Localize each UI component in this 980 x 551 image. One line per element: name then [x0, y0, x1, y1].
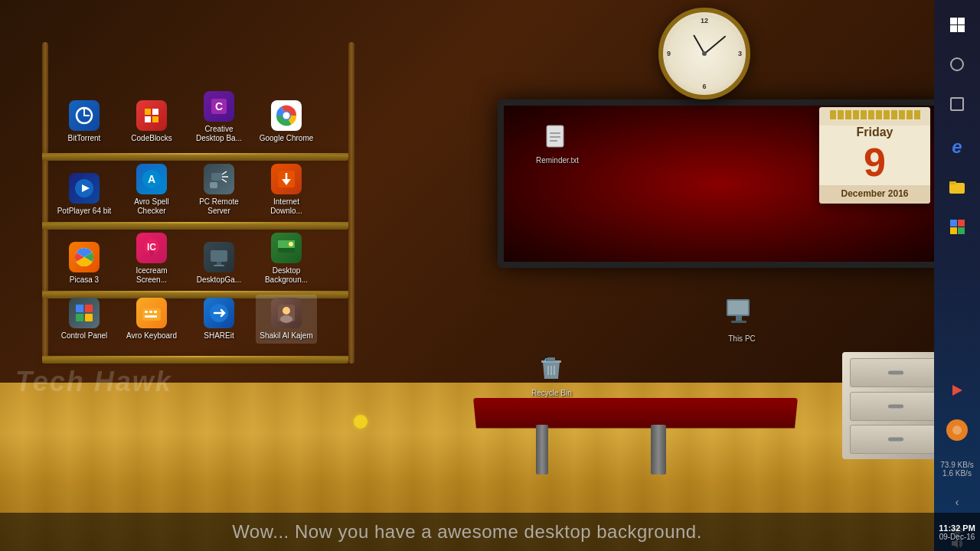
icon-icecream[interactable]: IC Icecream Screen... [121, 230, 182, 288]
icon-shareit[interactable]: SHAREit [188, 295, 250, 344]
shelf-right-support [348, 42, 354, 364]
picasa-label: Picasa 3 [70, 276, 99, 285]
icon-desktop-bg[interactable]: Desktop Backgroun... [256, 230, 317, 288]
svg-rect-39 [154, 311, 157, 313]
taskbar-clock[interactable]: 11:32 PM 09-Dec-16 [934, 513, 980, 551]
svg-rect-51 [728, 301, 748, 315]
shelf-row-2: PotPlayer 64 bit A Avro Spell Checker PC… [54, 161, 317, 219]
svg-rect-36 [142, 308, 161, 321]
recycle-bin-icon-img [534, 352, 568, 386]
recycle-bin-desktop-icon[interactable]: Recycle Bin [531, 352, 572, 398]
svg-line-16 [222, 171, 227, 174]
sidebar-task-view[interactable] [938, 86, 976, 122]
icon-internet-dl[interactable]: Internet Downlo... [256, 161, 317, 219]
watermark-text: Tech Hawk [15, 366, 172, 398]
svg-rect-35 [85, 314, 93, 321]
icon-bittorrent[interactable]: BitTorrent [54, 97, 115, 146]
icon-shakil[interactable]: Shakil Al Kajem [256, 295, 317, 344]
clock-center [702, 51, 707, 56]
svg-rect-14 [211, 173, 222, 181]
recycle-bin-label: Recycle Bin [531, 389, 572, 398]
shelf-row-1: BitTorrent CodeBlocks C Creative Des [54, 88, 317, 146]
icon-chrome[interactable]: Google Chrome [256, 97, 317, 146]
reminder-desktop-icon[interactable]: Reminder.txt [536, 122, 579, 165]
shelf-row-3: Picasa 3 IC Icecream Screen... DesktopGa… [54, 230, 317, 288]
drawer-handle-2 [888, 405, 903, 409]
orange-app-icon [946, 419, 968, 441]
svg-rect-57 [958, 18, 965, 24]
avro-kb-label: Avro Keyboard [126, 331, 177, 341]
icon-picasa[interactable]: Picasa 3 [54, 239, 115, 288]
calendar-day-name: Friday [819, 126, 930, 139]
icon-desktop-ga[interactable]: DesktopGa... [188, 239, 250, 288]
icon-control-panel[interactable]: Control Panel [54, 295, 115, 344]
svg-point-43 [283, 307, 290, 315]
icon-avro-keyboard[interactable]: Avro Keyboard [121, 295, 182, 344]
svg-rect-53 [731, 321, 746, 323]
calendar-header [819, 107, 930, 126]
svg-rect-61 [949, 181, 956, 184]
sidebar-edge[interactable]: e [938, 129, 976, 165]
clock-num-3: 3 [738, 50, 742, 57]
cal-ring-9 [891, 110, 897, 119]
desktop-ga-label: DesktopGa... [197, 276, 241, 285]
taskbar-date: 09-Dec-16 [939, 533, 975, 541]
shelf-left-support [42, 42, 48, 364]
clock-num-6: 6 [702, 83, 706, 90]
svg-text:IC: IC [147, 242, 156, 253]
cal-ring-1 [830, 110, 836, 119]
svg-rect-56 [950, 18, 957, 24]
chrome-icon-img [271, 100, 302, 131]
svg-rect-45 [547, 126, 564, 147]
drawer-handle-3 [888, 438, 903, 442]
icon-pc-remote[interactable]: PC Remote Server [188, 161, 250, 219]
sidebar-play[interactable] [938, 372, 976, 409]
sidebar-windows-start[interactable] [938, 6, 976, 43]
shelf-unit: BitTorrent CodeBlocks C Creative Des [42, 42, 364, 356]
svg-rect-63 [958, 220, 965, 227]
this-pc-desktop-icon[interactable]: This PC [724, 295, 760, 344]
right-sidebar: e 73.9 KB/s 1.6 [934, 0, 980, 551]
sidebar-store[interactable] [938, 208, 976, 245]
cal-ring-4 [853, 110, 859, 119]
svg-rect-2 [152, 109, 158, 115]
sidebar-file-explorer[interactable] [938, 168, 976, 205]
reminder-icon-img [542, 122, 573, 153]
shareit-label: SHAREit [204, 331, 234, 341]
calendar-binding-rings [825, 110, 924, 119]
desk-surface [473, 398, 798, 429]
cal-ring-11 [906, 110, 913, 119]
avro-kb-icon-img [136, 298, 167, 328]
avro-spell-label: Avro Spell Checker [124, 197, 179, 216]
svg-rect-3 [145, 116, 151, 122]
calendar-day-number: 9 [819, 139, 930, 185]
icon-potplayer[interactable]: PotPlayer 64 bit [54, 170, 115, 219]
shelf-row-4: Control Panel Avro Keyboard SHAREit Shak… [54, 295, 317, 344]
svg-rect-59 [958, 25, 965, 32]
svg-rect-38 [149, 311, 152, 313]
potplayer-icon-img [69, 173, 100, 204]
icon-avro-spell[interactable]: A Avro Spell Checker [121, 161, 182, 219]
potplayer-label: PotPlayer 64 bit [57, 207, 112, 216]
icecream-icon-img: IC [136, 233, 167, 263]
sidebar-orange-app[interactable] [938, 412, 976, 448]
shakil-label: Shakil Al Kajem [260, 331, 312, 341]
codeblocks-icon-img [136, 100, 167, 131]
svg-rect-32 [76, 305, 83, 312]
svg-rect-65 [958, 227, 965, 234]
sidebar-search[interactable] [938, 46, 976, 83]
icon-codeblocks[interactable]: CodeBlocks [121, 97, 182, 146]
shelf-3 [42, 291, 348, 292]
svg-rect-28 [214, 265, 224, 266]
creative-label: Creative Desktop Ba... [191, 125, 247, 143]
task-view-icon [950, 97, 964, 111]
mouse-cursor [354, 415, 368, 429]
svg-line-18 [222, 179, 227, 182]
icon-creative[interactable]: C Creative Desktop Ba... [188, 88, 250, 146]
svg-text:C: C [215, 100, 223, 112]
desktop-bg-icon-img [271, 233, 302, 263]
cal-ring-2 [838, 110, 844, 119]
shelf-2 [42, 222, 348, 223]
cabinet-body [842, 352, 949, 459]
internet-dl-icon-img [271, 164, 302, 194]
